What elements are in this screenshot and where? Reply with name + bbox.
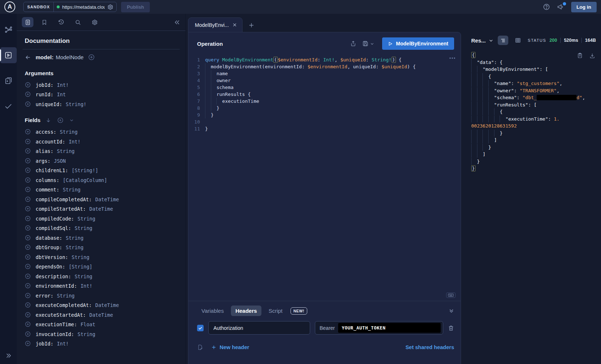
publish-button[interactable]: Publish (121, 2, 150, 12)
field-type[interactable]: String (75, 225, 92, 231)
add-to-query-icon[interactable] (25, 254, 31, 260)
save-operation-icon[interactable] (362, 40, 369, 47)
endpoint-settings-gear-icon[interactable] (107, 4, 113, 10)
field-row[interactable]: childrenL1: [String!] (23, 166, 180, 175)
field-row[interactable]: error: String (23, 291, 180, 300)
argument-row[interactable]: runId: Int (23, 90, 180, 100)
field-type[interactable]: Int! (69, 139, 81, 145)
field-row[interactable]: executeStartedAt: DateTime (23, 310, 180, 320)
field-row[interactable]: environmentId: Int! (23, 281, 180, 291)
add-to-query-icon[interactable] (25, 235, 31, 241)
sort-fields-icon[interactable] (45, 117, 51, 123)
tab-modelbyenvironment[interactable]: ModelByEnvi... (188, 17, 243, 32)
field-type[interactable]: String (57, 148, 75, 154)
tab-headers[interactable]: Headers (231, 306, 261, 316)
argument-row[interactable]: uniqueId: String! (23, 99, 180, 109)
field-type[interactable]: [String] (69, 264, 92, 270)
add-to-query-icon[interactable] (25, 158, 31, 164)
add-to-query-icon[interactable] (25, 129, 31, 135)
search-icon[interactable] (72, 17, 84, 27)
argument-type[interactable]: Int! (57, 82, 69, 88)
explorer-icon[interactable] (0, 47, 17, 63)
field-row[interactable]: accountId: Int! (23, 137, 180, 146)
add-to-query-icon[interactable] (25, 82, 31, 88)
field-row[interactable]: comment: String (23, 185, 180, 195)
argument-row[interactable]: jobId: Int! (23, 80, 180, 90)
endpoint-url-input[interactable]: https://metadata.cloud.get (62, 4, 105, 10)
query-editor[interactable]: 1query ModelByEnvironment($environmentId… (188, 54, 461, 301)
field-row[interactable]: dbtVersion: String (23, 252, 180, 262)
field-type[interactable]: DateTime (95, 302, 119, 308)
field-row[interactable]: compileCompletedAt: DateTime (23, 194, 180, 204)
field-type[interactable]: String (57, 293, 75, 299)
field-type[interactable]: Int! (80, 283, 92, 289)
add-to-query-icon[interactable] (25, 148, 31, 154)
field-type[interactable]: Float (80, 321, 95, 327)
field-row[interactable]: jobId: Int! (23, 339, 180, 349)
field-row[interactable]: compileStartedAt: DateTime (23, 204, 180, 214)
field-type[interactable]: String (63, 187, 81, 193)
auth-token-value[interactable]: YOUR_AUTH_TOKEN (338, 323, 441, 333)
add-field-icon[interactable] (88, 54, 95, 61)
save-options-chevron-icon[interactable] (370, 42, 374, 46)
field-type[interactable]: [CatalogColumn] (63, 177, 107, 183)
add-to-query-icon[interactable] (25, 331, 31, 337)
run-operation-button[interactable]: ModelByEnvironment (382, 37, 454, 50)
tab-script[interactable]: Script (264, 306, 287, 316)
new-tab-button[interactable] (248, 22, 255, 28)
response-format-table-icon[interactable] (513, 36, 523, 45)
add-to-query-icon[interactable] (25, 340, 31, 347)
add-to-query-icon[interactable] (25, 244, 31, 250)
argument-type[interactable]: Int (57, 92, 65, 97)
response-format-list-icon[interactable] (498, 36, 508, 45)
field-row[interactable]: columns: [CatalogColumn] (23, 175, 180, 185)
field-type[interactable]: DateTime (95, 197, 119, 202)
download-response-icon[interactable] (589, 52, 595, 59)
field-row[interactable]: alias: String (23, 146, 180, 156)
add-to-query-icon[interactable] (25, 101, 31, 107)
share-operation-icon[interactable] (350, 40, 356, 47)
field-type[interactable]: DateTime (89, 206, 113, 212)
field-row[interactable]: compiledCode: String (23, 214, 180, 223)
docs-settings-gear-icon[interactable] (89, 17, 100, 27)
field-type[interactable]: String (66, 244, 84, 250)
documentation-tab-icon[interactable] (22, 17, 33, 27)
add-to-query-icon[interactable] (25, 91, 31, 97)
delete-header-icon[interactable] (448, 325, 454, 331)
field-row[interactable]: description: String (23, 271, 180, 281)
field-type[interactable]: String (72, 254, 89, 260)
field-type[interactable]: String (75, 274, 92, 279)
add-to-query-icon[interactable] (25, 312, 31, 318)
add-to-query-icon[interactable] (25, 283, 31, 289)
announcements-megaphone-icon[interactable] (557, 3, 565, 11)
editor-menu-icon[interactable] (449, 57, 456, 59)
field-row[interactable]: executeCompletedAt: DateTime (23, 300, 180, 310)
add-to-query-icon[interactable] (25, 186, 31, 193)
add-to-query-icon[interactable] (25, 215, 31, 222)
field-row[interactable]: compiledSql: String (23, 223, 180, 233)
login-button[interactable]: Log in (571, 2, 597, 12)
collapse-sidebar-icon[interactable] (174, 19, 180, 25)
response-title[interactable]: Res... (471, 37, 493, 44)
field-row[interactable]: dbtGroup: String (23, 243, 180, 252)
header-enabled-checkbox[interactable] (197, 325, 204, 331)
close-tab-icon[interactable] (232, 23, 237, 27)
add-to-query-icon[interactable] (25, 167, 31, 173)
fields-options-chevron-icon[interactable] (69, 118, 74, 122)
field-type[interactable]: String (60, 129, 78, 135)
add-to-query-icon[interactable] (25, 302, 31, 308)
field-type[interactable]: JSON (54, 158, 66, 164)
add-to-query-icon[interactable] (25, 177, 31, 183)
argument-type[interactable]: String! (66, 101, 87, 107)
add-all-fields-icon[interactable] (57, 117, 64, 124)
field-row[interactable]: args: JSON (23, 156, 180, 166)
copy-response-icon[interactable] (577, 52, 583, 59)
collections-icon[interactable] (0, 73, 17, 89)
field-row[interactable]: access: String (23, 127, 180, 137)
header-name-input[interactable]: Authorization (208, 321, 310, 335)
add-to-query-icon[interactable] (25, 138, 31, 145)
field-row[interactable]: invocationId: String (23, 329, 180, 339)
field-type[interactable]: String (77, 216, 95, 222)
add-to-query-icon[interactable] (25, 292, 31, 299)
edit-headers-file-icon[interactable] (197, 344, 203, 351)
